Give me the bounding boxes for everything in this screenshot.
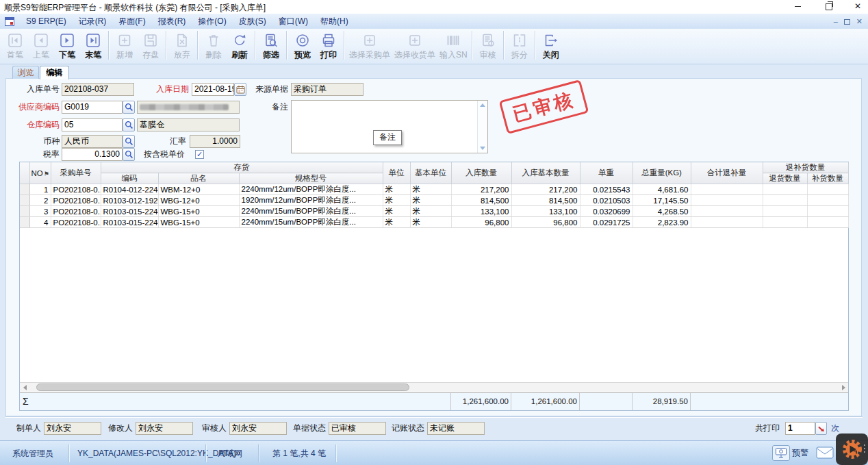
col-name-header[interactable]: 品名: [158, 173, 239, 184]
cell-return-qty[interactable]: [763, 195, 807, 206]
cell-qty[interactable]: 133,100: [451, 206, 511, 217]
cell-replenish-qty[interactable]: [807, 217, 848, 228]
cell-qty[interactable]: 96,800: [451, 217, 511, 228]
cell-code[interactable]: R0103-015-2240-00: [101, 217, 158, 228]
cell-base-unit[interactable]: 米: [410, 206, 451, 217]
cell-base-unit[interactable]: 米: [410, 195, 451, 206]
cell-unit-weight[interactable]: 0.0320699: [580, 206, 633, 217]
menu-item-report[interactable]: 报表(R): [152, 14, 192, 29]
cell-return-qty[interactable]: [763, 217, 807, 228]
col-replenish-qty-header[interactable]: 补货数量: [807, 173, 848, 184]
menu-item-ui[interactable]: 界面(F): [112, 14, 151, 29]
cell-total-weight[interactable]: 17,145.50: [633, 195, 691, 206]
cell-unit-weight[interactable]: 0.0291725: [580, 217, 633, 228]
scroll-down-icon[interactable]: [480, 147, 485, 150]
cell-total-adjust[interactable]: [691, 217, 763, 228]
col-no-header[interactable]: NO⚑: [29, 162, 51, 184]
table-row[interactable]: 4 PO202108-0... R0103-015-2240-00 WBG-15…: [20, 217, 848, 228]
cell-name[interactable]: WBG-15+0: [158, 217, 239, 228]
tax-rate-field[interactable]: 0.1300: [62, 148, 123, 161]
scroll-left-icon[interactable]: [20, 384, 29, 392]
cell-po[interactable]: PO202108-0...: [51, 195, 101, 206]
col-unit-header[interactable]: 单位: [383, 162, 410, 184]
toolbar-print-button[interactable]: 打印: [316, 29, 342, 60]
cell-spec[interactable]: 1920mm/12um/BOPP即涂白度...: [239, 195, 383, 206]
toolbar-preview-button[interactable]: 预览: [290, 29, 316, 60]
minimize-button[interactable]: [787, 1, 808, 12]
tab-browse[interactable]: 浏览: [12, 66, 39, 79]
supplier-lookup-button[interactable]: [123, 101, 135, 114]
tax-included-checkbox[interactable]: ✓: [195, 150, 204, 159]
table-row[interactable]: 3 PO202108-0... R0103-015-2240-00 WBG-15…: [20, 206, 848, 217]
cell-code[interactable]: R0104-012-2240-00: [101, 184, 158, 195]
cell-code[interactable]: R0103-015-2240-00: [101, 206, 158, 217]
floating-widget[interactable]: [836, 433, 868, 465]
col-unit-weight-header[interactable]: 单重: [580, 162, 633, 184]
cell-total-adjust[interactable]: [691, 184, 763, 195]
cell-base-qty[interactable]: 814,500: [511, 195, 580, 206]
cell-name[interactable]: WBG-15+0: [158, 206, 239, 217]
cell-spec[interactable]: 2240mm/15um/BOPP即涂白度...: [239, 217, 383, 228]
cell-total-weight[interactable]: 2,823.90: [633, 217, 691, 228]
cell-unit[interactable]: 米: [383, 206, 410, 217]
warehouse-code-field[interactable]: 05: [62, 118, 123, 131]
col-base-qty-header[interactable]: 入库基本数量: [511, 162, 580, 184]
cell-unit-weight[interactable]: 0.0215543: [580, 184, 633, 195]
cell-total-weight[interactable]: 4,268.50: [633, 206, 691, 217]
cell-no[interactable]: 1: [29, 184, 51, 195]
print-count-spin-button[interactable]: [815, 422, 827, 435]
mdi-restore-icon[interactable]: [844, 19, 850, 25]
cell-unit[interactable]: 米: [383, 195, 410, 206]
col-base-unit-header[interactable]: 基本单位: [410, 162, 451, 184]
mail-icon[interactable]: [816, 447, 834, 459]
supplier-code-field[interactable]: G0019: [62, 101, 123, 114]
table-row[interactable]: 1 PO202108-0... R0104-012-2240-00 WBM-12…: [20, 184, 848, 195]
toolbar-filter-button[interactable]: 筛选: [258, 29, 284, 60]
col-spec-header[interactable]: 规格型号: [239, 173, 383, 184]
cell-no[interactable]: 4: [29, 217, 51, 228]
cell-po[interactable]: PO202108-0...: [51, 184, 101, 195]
menu-item-operate[interactable]: 操作(O): [192, 14, 232, 29]
cell-base-unit[interactable]: 米: [410, 184, 451, 195]
toolbar-last-button[interactable]: 末笔: [80, 29, 106, 60]
mdi-window-controls[interactable]: –✕: [828, 14, 863, 29]
cell-unit-weight[interactable]: 0.0210503: [580, 195, 633, 206]
remark-textarea[interactable]: [291, 100, 488, 153]
alert-label[interactable]: 预警: [792, 440, 808, 465]
tax-rate-lookup-button[interactable]: [123, 148, 135, 161]
cell-name[interactable]: WBM-12+0: [158, 184, 239, 195]
scroll-right-icon[interactable]: [839, 384, 848, 392]
cell-qty[interactable]: 217,200: [451, 184, 511, 195]
cell-base-qty[interactable]: 133,100: [511, 206, 580, 217]
menu-item-record[interactable]: 记录(R): [73, 14, 113, 29]
cell-total-adjust[interactable]: [691, 206, 763, 217]
col-inventory-group-header[interactable]: 存货: [101, 162, 383, 173]
mdi-close-icon[interactable]: ✕: [856, 17, 863, 25]
cell-total-adjust[interactable]: [691, 195, 763, 206]
cell-replenish-qty[interactable]: [807, 206, 848, 217]
cell-base-qty[interactable]: 217,200: [511, 184, 580, 195]
close-button[interactable]: ✕: [847, 1, 868, 12]
cell-base-qty[interactable]: 96,800: [511, 217, 580, 228]
cell-return-qty[interactable]: [763, 206, 807, 217]
tab-edit[interactable]: 编辑: [40, 66, 69, 79]
menu-item-window[interactable]: 窗口(W): [272, 14, 314, 29]
cell-po[interactable]: PO202108-0...: [51, 206, 101, 217]
col-po-header[interactable]: 采购单号: [51, 162, 101, 184]
toolbar-close-button[interactable]: 关闭: [538, 29, 564, 60]
receipt-date-field[interactable]: 2021-08-19: [192, 83, 234, 96]
cell-spec[interactable]: 2240mm/15um/BOPP即涂白度...: [239, 206, 383, 217]
print-count-field[interactable]: 1: [785, 422, 815, 435]
cell-unit[interactable]: 米: [383, 184, 410, 195]
col-return-qty-header[interactable]: 退货数量: [763, 173, 807, 184]
cell-qty[interactable]: 814,500: [451, 195, 511, 206]
cell-replenish-qty[interactable]: [807, 184, 848, 195]
toolbar-refresh-button[interactable]: 刷新: [227, 29, 253, 60]
cell-no[interactable]: 3: [29, 206, 51, 217]
horizontal-scrollbar[interactable]: [20, 382, 848, 392]
col-total-weight-header[interactable]: 总重量(KG): [633, 162, 691, 184]
mdi-minimize-icon[interactable]: –: [834, 17, 838, 25]
cell-replenish-qty[interactable]: [807, 195, 848, 206]
cell-po[interactable]: PO202108-0...: [51, 217, 101, 228]
cell-unit[interactable]: 米: [383, 217, 410, 228]
